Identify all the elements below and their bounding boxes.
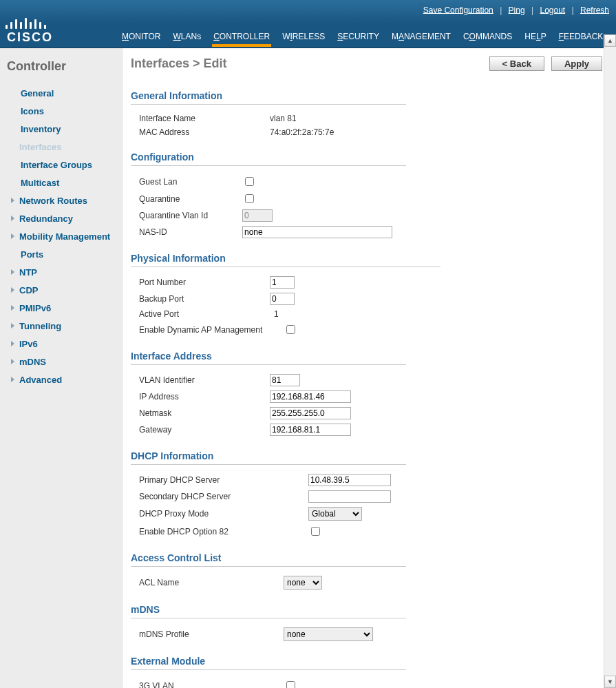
nav-security[interactable]: SECURITY [337, 29, 379, 47]
vlan3g-checkbox[interactable] [286, 681, 295, 688]
section-title: Physical Information [131, 253, 440, 267]
sidebar-item-ipv6[interactable]: IPv6 [7, 335, 122, 353]
section-title: External Module [131, 656, 406, 670]
sidebar-item-ntp[interactable]: NTP [7, 264, 122, 282]
guest-lan-checkbox[interactable] [245, 177, 254, 186]
sidebar-item-multicast[interactable]: Multicast [7, 174, 122, 192]
vlan-id-label: VLAN Identifier [139, 375, 270, 385]
mac-value: 74:a0:2f:2a:75:7e [270, 127, 334, 137]
backup-port-label: Backup Port [139, 294, 270, 304]
sidebar-item-ports[interactable]: Ports [7, 246, 122, 264]
dhcp-opt82-checkbox[interactable] [311, 527, 320, 536]
sidebar-item-advanced[interactable]: Advanced [7, 371, 122, 389]
primary-dhcp-label: Primary DHCP Server [139, 475, 308, 485]
apply-button[interactable]: Apply [551, 56, 602, 71]
secondary-dhcp-input[interactable] [308, 490, 391, 503]
quarantine-label: Quarantine [139, 194, 242, 204]
active-port-label: Active Port [139, 309, 270, 319]
top-bar: Save Configuration | Ping | Logout | Ref… [0, 0, 616, 48]
sidebar-item-pmipv6[interactable]: PMIPv6 [7, 300, 122, 317]
quarantine-checkbox[interactable] [245, 194, 254, 203]
nav-feedback[interactable]: FEEDBACK [559, 29, 604, 47]
ip-input[interactable] [270, 390, 351, 403]
port-label: Port Number [139, 278, 270, 287]
section-title: General Information [131, 90, 406, 105]
netmask-input[interactable] [270, 407, 351, 419]
acl-name-select[interactable]: none [284, 576, 322, 590]
nav-wireless[interactable]: WIRELESS [282, 29, 325, 47]
section-title: Interface Address [131, 351, 406, 365]
logout-link[interactable]: Logout [540, 5, 565, 14]
ping-link[interactable]: Ping [509, 5, 525, 14]
section-title: Configuration [131, 152, 406, 166]
iface-name-label: Interface Name [139, 114, 270, 123]
scroll-down-button[interactable]: ▼ [604, 676, 616, 688]
vlan-id-input[interactable] [270, 374, 300, 386]
nasid-label: NAS-ID [139, 227, 242, 237]
sidebar-item-tunneling[interactable]: Tunneling [7, 317, 122, 335]
section-physical: Physical Information Port Number Backup … [131, 253, 440, 338]
section-general-info: General Information Interface Name vlan … [131, 90, 406, 139]
top-nav: MONITOR WLANs CONTROLLER WIRELESS SECURI… [53, 28, 616, 48]
section-dhcp: DHCP Information Primary DHCP Server Sec… [131, 450, 406, 540]
sidebar-item-inventory[interactable]: Inventory [7, 121, 122, 138]
vlan3g-label: 3G VLAN [139, 681, 284, 689]
nav-management[interactable]: MANAGEMENT [392, 29, 451, 47]
dynap-label: Enable Dynamic AP Management [139, 325, 284, 335]
sidebar-item-icons[interactable]: Icons [7, 103, 122, 121]
content-area: Interfaces > Edit < Back Apply General I… [123, 48, 616, 688]
sidebar-item-mdns[interactable]: mDNS [7, 353, 122, 371]
qvlan-label: Quarantine Vlan Id [139, 211, 242, 220]
cisco-bars-icon [6, 17, 46, 29]
ip-label: IP Address [139, 392, 270, 402]
section-mdns: mDNS mDNS Profile none [131, 604, 406, 643]
refresh-link[interactable]: Refresh [580, 5, 609, 14]
dhcp-opt82-label: Enable DHCP Option 82 [139, 527, 308, 536]
active-port-value: 1 [270, 309, 279, 319]
back-button[interactable]: < Back [489, 56, 544, 71]
sidebar-title: Controller [7, 59, 122, 74]
guest-lan-label: Guest Lan [139, 177, 242, 187]
secondary-dhcp-label: Secondary DHCP Server [139, 492, 308, 501]
section-title: Access Control List [131, 552, 406, 567]
dhcp-proxy-select[interactable]: Global [308, 507, 362, 521]
sidebar-item-interfaces[interactable]: Interfaces [7, 138, 122, 156]
section-external-module: External Module 3G VLAN [131, 656, 406, 688]
sidebar: Controller GeneralIconsInventoryInterfac… [0, 48, 123, 688]
cisco-text: CISCO [7, 30, 53, 45]
backup-port-input[interactable] [270, 293, 295, 305]
mac-label: MAC Address [139, 127, 270, 137]
sidebar-item-network-routes[interactable]: Network Routes [7, 192, 122, 210]
section-acl: Access Control List ACL Name none [131, 552, 406, 592]
breadcrumb: Interfaces > Edit [131, 56, 227, 71]
gateway-label: Gateway [139, 425, 270, 435]
nav-commands[interactable]: COMMANDS [463, 29, 512, 47]
nav-wlans[interactable]: WLANs [173, 29, 201, 47]
mdns-profile-select[interactable]: none [284, 627, 373, 641]
primary-dhcp-input[interactable] [308, 474, 391, 486]
sidebar-item-mobility-management[interactable]: Mobility Management [7, 228, 122, 246]
section-interface-address: Interface Address VLAN Identifier IP Add… [131, 351, 406, 438]
scroll-up-button[interactable]: ▲ [604, 34, 616, 47]
nav-controller[interactable]: CONTROLLER [213, 29, 270, 47]
nasid-input[interactable] [242, 226, 392, 238]
gateway-input[interactable] [270, 424, 351, 436]
mdns-profile-label: mDNS Profile [139, 629, 284, 639]
sidebar-item-interface-groups[interactable]: Interface Groups [7, 156, 122, 174]
sidebar-item-cdp[interactable]: CDP [7, 282, 122, 300]
iface-name-value: vlan 81 [270, 114, 297, 123]
top-links: Save Configuration | Ping | Logout | Ref… [423, 5, 609, 15]
section-title: DHCP Information [131, 450, 406, 465]
port-input[interactable] [270, 276, 295, 289]
section-configuration: Configuration Guest Lan Quarantine Quara… [131, 152, 406, 240]
dynap-checkbox[interactable] [286, 325, 295, 334]
sidebar-item-redundancy[interactable]: Redundancy [7, 210, 122, 228]
nav-monitor[interactable]: MONITOR [122, 29, 160, 47]
cisco-logo: CISCO [0, 15, 53, 48]
nav-help[interactable]: HELP [524, 29, 546, 47]
netmask-label: Netmask [139, 408, 270, 418]
vertical-scrollbar[interactable]: ▲ ▼ [604, 34, 616, 688]
section-title: mDNS [131, 604, 406, 618]
save-config-link[interactable]: Save Configuration [423, 5, 493, 14]
sidebar-item-general[interactable]: General [7, 85, 122, 103]
